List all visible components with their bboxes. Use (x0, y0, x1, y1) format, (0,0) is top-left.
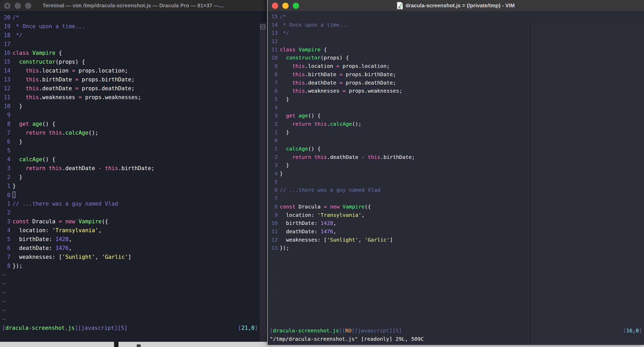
code-token: } (280, 162, 289, 168)
code-line[interactable]: 9 this.location = props.location; (270, 62, 642, 70)
code-line[interactable]: 5 birthDate: 1428, (2, 235, 258, 244)
code-line[interactable]: 10 } (2, 102, 258, 111)
code-line[interactable]: 13}); (270, 244, 642, 252)
code-token (75, 218, 79, 225)
code-line[interactable]: 3 get age() { (270, 112, 642, 120)
code-line[interactable]: 6 this.weaknesses = props.weaknesses; (270, 87, 642, 95)
code-token: props.weaknesses; (346, 88, 402, 94)
code-line[interactable]: 14 * Once upon a time... (270, 21, 642, 29)
code-line[interactable]: 7 return this.calcAge(); (2, 128, 258, 137)
code-token (280, 88, 292, 94)
code-line[interactable]: 18 */ (2, 31, 258, 40)
code-token: S (121, 325, 124, 331)
code-line[interactable]: 1 } (270, 128, 642, 137)
zoom-button[interactable] (293, 3, 299, 9)
code-line[interactable]: 11 this.weaknesses = props.weaknesses; (2, 93, 258, 102)
line-number: 10 (270, 219, 278, 228)
code-line[interactable]: 6// ...there was a guy named Vlad (270, 186, 642, 194)
close-button[interactable] (272, 3, 278, 9)
code-line[interactable]: 6 deathDate: 1476, (2, 244, 258, 253)
code-line[interactable]: 13 */ (270, 29, 642, 37)
code-token: 1428 (321, 220, 333, 226)
code-token: () { (42, 156, 56, 163)
code-token: deathDate: (280, 228, 321, 235)
code-area[interactable]: 20/*19 * Once upon a time...18 */1716cla… (0, 11, 266, 342)
code-line[interactable]: 9 location: 'Transylvania', (270, 211, 642, 219)
code-line[interactable]: 8 get age() { (2, 119, 258, 128)
code-line[interactable]: 11 deathDate: 1476, (270, 228, 642, 236)
code-token: () { (308, 146, 320, 152)
terminal-window[interactable]: Terminal — vim /tmp/dracula-screenshot.j… (0, 0, 267, 342)
code-token: return (292, 154, 311, 160)
code-line[interactable]: 10 birthDate: 1428, (270, 219, 642, 228)
code-line[interactable]: 8const Dracula = new Vampire({ (270, 203, 642, 211)
code-line[interactable]: 5 (2, 146, 258, 155)
code-line[interactable]: 5 } (270, 95, 642, 104)
terminal-scrollbar-track[interactable] (259, 23, 266, 342)
code-line[interactable]: 3 return this.deathDate - this.birthDate… (2, 164, 258, 173)
terminal-titlebar[interactable]: Terminal — vim /tmp/dracula-screenshot.j… (0, 0, 266, 11)
code-line[interactable]: 0 (2, 190, 258, 199)
code-token: = (324, 204, 327, 210)
macvim-body[interactable]: 15/*14 * Once upon a time...13 */1211cla… (268, 11, 644, 345)
code-line[interactable]: 15 constructor(props) { (2, 57, 258, 66)
code-token: dracula-screenshot.js (273, 327, 339, 334)
code-token (13, 121, 19, 127)
line-number: 5 (2, 146, 10, 155)
code-line[interactable]: 2 return this.deathDate - this.birthDate… (270, 153, 642, 161)
line-number: 8 (2, 261, 10, 270)
code-line[interactable]: 17 (2, 40, 258, 49)
code-line[interactable]: 15/* (270, 13, 642, 21)
code-line[interactable]: 2 } (2, 173, 258, 182)
line-number: 13 (270, 29, 278, 37)
tilde-row: ~ (2, 315, 258, 324)
code-line[interactable]: 4 calcAge() { (2, 155, 258, 164)
minimize-button[interactable] (282, 3, 289, 9)
code-line[interactable]: 8}); (2, 261, 258, 270)
code-line[interactable]: 12 this.deathDate = props.deathDate; (2, 84, 258, 93)
code-token: . (327, 121, 330, 127)
code-line[interactable]: 14 this.location = props.location; (2, 66, 258, 75)
code-line[interactable]: 2 (2, 208, 258, 217)
code-line[interactable]: 7 weaknesses: ['Sunlight', 'Garlic'] (2, 253, 258, 261)
code-line[interactable]: 4 (270, 104, 642, 112)
code-token (327, 204, 330, 210)
terminal-vim-body[interactable]: 20/*19 * Once upon a time...18 */1716cla… (0, 11, 266, 342)
code-token (280, 121, 292, 127)
code-token: location: (13, 227, 52, 234)
code-line[interactable]: 3const Dracula = new Vampire({ (2, 217, 258, 226)
code-line[interactable]: 10 constructor(props) { (270, 54, 642, 62)
code-line[interactable]: 8 this.birthDate = props.birthDate; (270, 70, 642, 79)
code-line[interactable]: 13 this.birthDate = props.birthDate; (2, 75, 258, 84)
code-area[interactable]: 15/*14 * Once upon a time...13 */1211cla… (268, 11, 644, 345)
code-line[interactable]: 3 } (270, 161, 642, 170)
code-line[interactable]: 12 (270, 37, 642, 46)
code-line[interactable]: 20/* (2, 13, 258, 22)
macvim-titlebar[interactable]: JS dracula-screenshot.js = (/private/tmp… (268, 0, 644, 11)
code-line[interactable]: 12 weaknesses: ['Sunlight', 'Garlic'] (270, 236, 642, 244)
code-line[interactable]: 6 } (2, 137, 258, 146)
code-line[interactable]: 16class Vampire { (2, 49, 258, 57)
code-line[interactable]: 1} (2, 182, 258, 190)
close-button[interactable] (4, 3, 10, 9)
line-number: 2 (2, 208, 10, 217)
code-line[interactable]: 4} (270, 170, 642, 178)
macvim-window[interactable]: JS dracula-screenshot.js = (/private/tmp… (268, 0, 644, 345)
code-line[interactable]: 1 calcAge() { (270, 145, 642, 153)
code-token (13, 165, 26, 171)
code-line[interactable]: 11class Vampire { (270, 46, 642, 54)
minimize-button[interactable] (15, 3, 21, 9)
split-pane-icon[interactable] (260, 25, 265, 29)
code-token: ][ (75, 325, 81, 331)
zoom-button[interactable] (25, 3, 31, 9)
line-number: 13 (2, 75, 10, 84)
code-line[interactable]: 7 (270, 194, 642, 203)
code-line[interactable]: 0 (270, 136, 642, 145)
code-line[interactable]: 19 * Once upon a time... (2, 22, 258, 31)
code-line[interactable]: 1// ...there was a guy named Vlad (2, 199, 258, 208)
code-line[interactable]: 4 location: 'Transylvania', (2, 226, 258, 235)
code-line[interactable]: 2 return this.calcAge(); (270, 120, 642, 128)
code-line[interactable]: 7 this.deathDate = props.deathDate; (270, 79, 642, 87)
code-line[interactable]: 9 (2, 111, 258, 119)
code-line[interactable]: 5 (270, 178, 642, 186)
